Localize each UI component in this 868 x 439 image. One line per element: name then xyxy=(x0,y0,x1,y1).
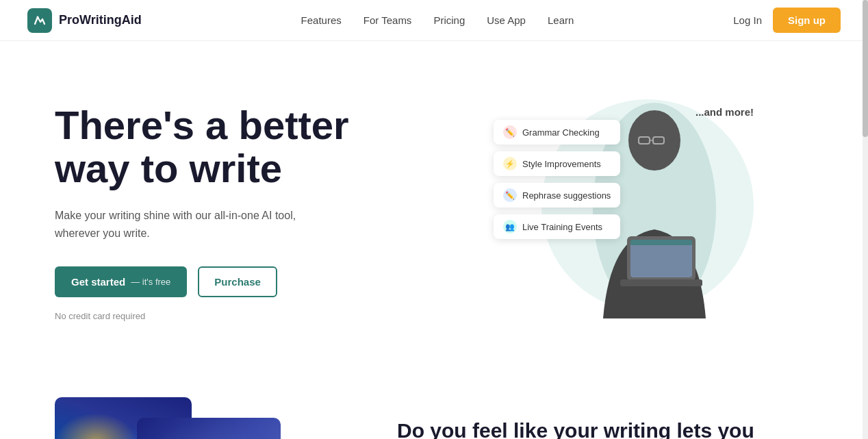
blue-image xyxy=(137,418,281,439)
section-two-title: Do you feel like your writing lets you d… xyxy=(397,417,813,439)
blue-inner xyxy=(137,418,281,439)
grammar-icon: ✏️ xyxy=(503,125,517,139)
training-icon: 👥 xyxy=(503,220,517,234)
svg-point-3 xyxy=(628,110,680,171)
nav-actions: Log In Sign up xyxy=(733,8,841,33)
feature-card-grammar: ✏️ Grammar Checking xyxy=(494,120,620,145)
nav-features[interactable]: Features xyxy=(301,14,342,26)
section-two-right: Do you feel like your writing lets you d… xyxy=(397,417,813,439)
free-label: — it's free xyxy=(131,277,170,287)
svg-point-0 xyxy=(37,16,39,18)
hero-title-line1: There's a better xyxy=(55,103,349,147)
purchase-button[interactable]: Purchase xyxy=(198,266,277,297)
section-images: My idea in my head xyxy=(55,397,301,439)
section-two: My idea in my head Do you feel like your… xyxy=(0,370,868,439)
section-two-left: My idea in my head xyxy=(55,397,342,439)
hero-buttons: Get started — it's free Purchase xyxy=(55,266,434,297)
nav-learn[interactable]: Learn xyxy=(548,14,574,26)
nav-pricing[interactable]: Pricing xyxy=(433,14,465,26)
hero-section: There's a better way to write Make your … xyxy=(0,41,868,370)
hero-title-line2: way to write xyxy=(55,146,282,190)
feature-card-style: ⚡ Style Improvements xyxy=(494,151,620,176)
nav-links: Features For Teams Pricing Use App Learn xyxy=(301,14,574,27)
hero-title: There's a better way to write xyxy=(55,103,434,191)
signup-button[interactable]: Sign up xyxy=(773,8,841,33)
nav-use-app[interactable]: Use App xyxy=(487,14,526,26)
training-label: Live Training Events xyxy=(522,222,602,232)
brand-name: ProWritingAid xyxy=(59,13,142,27)
scrollbar[interactable] xyxy=(863,0,868,439)
svg-rect-10 xyxy=(630,240,692,245)
hero-subtitle: Make your writing shine with our all-in-… xyxy=(55,207,315,242)
no-credit-text: No credit card required xyxy=(55,311,434,321)
more-label: ...and more! xyxy=(695,106,754,118)
feature-cards: ✏️ Grammar Checking ⚡ Style Improvements… xyxy=(494,120,620,239)
scrollbar-thumb[interactable] xyxy=(863,0,868,137)
hero-left: There's a better way to write Make your … xyxy=(55,103,434,322)
navbar: ProWritingAid Features For Teams Pricing… xyxy=(0,0,868,41)
nav-for-teams[interactable]: For Teams xyxy=(363,14,412,26)
rephrase-icon: ✏️ xyxy=(503,188,517,202)
logo-icon xyxy=(27,8,52,33)
rephrase-label: Rephrase suggestions xyxy=(522,190,611,201)
svg-rect-8 xyxy=(620,279,702,286)
logo-link[interactable]: ProWritingAid xyxy=(27,8,142,33)
login-button[interactable]: Log In xyxy=(733,14,762,26)
svg-rect-9 xyxy=(630,240,692,277)
grammar-label: Grammar Checking xyxy=(522,127,600,138)
hero-illustration: ✏️ Grammar Checking ⚡ Style Improvements… xyxy=(494,92,754,332)
get-started-label: Get started xyxy=(71,276,125,288)
feature-card-rephrase: ✏️ Rephrase suggestions xyxy=(494,183,620,208)
feature-card-training: 👥 Live Training Events xyxy=(494,214,620,239)
style-icon: ⚡ xyxy=(503,157,517,171)
style-label: Style Improvements xyxy=(522,159,601,169)
get-started-button[interactable]: Get started — it's free xyxy=(55,266,187,297)
hero-right: ✏️ Grammar Checking ⚡ Style Improvements… xyxy=(434,82,813,342)
